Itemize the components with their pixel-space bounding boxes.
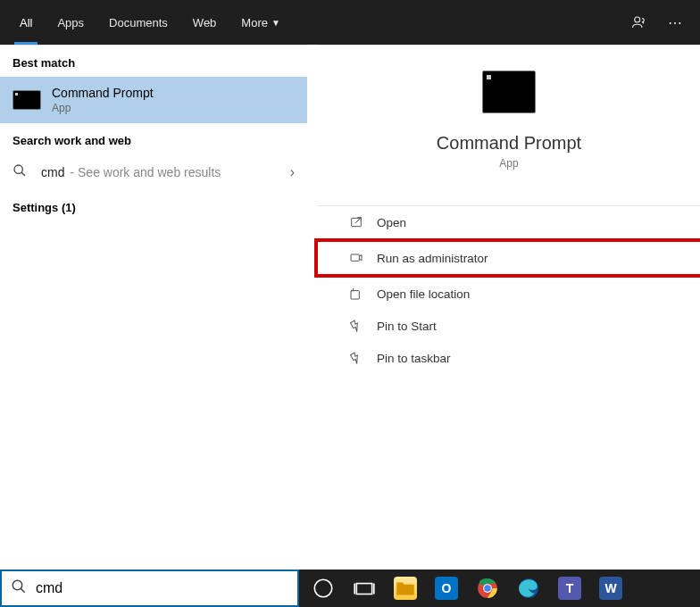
action-label: Pin to taskbar — [377, 352, 451, 365]
tab-label: More — [241, 16, 268, 29]
search-bar[interactable] — [0, 570, 299, 607]
chrome-icon[interactable] — [469, 570, 506, 607]
action-label: Pin to Start — [377, 320, 437, 333]
svg-point-0 — [635, 17, 640, 22]
tab-apps[interactable]: Apps — [45, 0, 96, 45]
action-label: Open file location — [377, 287, 470, 301]
preview-type: App — [499, 157, 518, 170]
section-best-match: Best match — [0, 46, 307, 77]
pin-icon — [345, 319, 368, 333]
tab-label: Web — [193, 16, 217, 29]
results-pane: Best match Command Prompt App Search wor… — [0, 45, 307, 570]
search-icon — [12, 163, 30, 181]
result-subtitle: App — [52, 102, 154, 114]
app-thumbnail — [482, 71, 536, 113]
preview-title: Command Prompt — [437, 133, 581, 154]
cortana-icon[interactable] — [304, 570, 342, 607]
pin-icon — [345, 351, 368, 365]
taskbar: O T W — [299, 570, 700, 607]
word-icon[interactable]: W — [592, 570, 629, 607]
svg-rect-4 — [351, 254, 359, 261]
svg-point-6 — [12, 580, 22, 590]
teams-icon[interactable]: T — [551, 570, 588, 607]
svg-line-7 — [21, 588, 25, 593]
search-tabs-bar: All Apps Documents Web More▼ ⋯ — [0, 0, 700, 45]
admin-icon — [345, 251, 368, 265]
section-search-web: Search work and web — [0, 123, 307, 154]
svg-line-2 — [21, 172, 25, 176]
edge-icon[interactable] — [510, 570, 547, 607]
tab-documents[interactable]: Documents — [96, 0, 180, 45]
action-open[interactable]: Open — [318, 206, 700, 238]
action-label: Open — [377, 216, 406, 229]
query-text: cmd — [41, 165, 64, 179]
tab-all[interactable]: All — [7, 0, 45, 45]
section-settings: Settings (1) — [0, 190, 307, 221]
cmd-icon — [12, 90, 41, 110]
svg-rect-9 — [356, 584, 371, 595]
tab-web[interactable]: Web — [180, 0, 229, 45]
action-pin-start[interactable]: Pin to Start — [318, 310, 700, 342]
open-icon — [345, 215, 368, 229]
preview-pane: Command Prompt App Open Run as administr… — [318, 45, 700, 570]
svg-point-1 — [14, 165, 22, 173]
search-input[interactable] — [36, 580, 288, 596]
chevron-down-icon: ▼ — [271, 18, 280, 28]
search-icon — [11, 578, 27, 598]
file-explorer-icon[interactable] — [387, 570, 424, 607]
feedback-icon[interactable] — [621, 14, 657, 30]
svg-rect-5 — [351, 291, 359, 299]
tab-label: Apps — [57, 16, 84, 29]
tab-label: Documents — [109, 16, 168, 29]
svg-point-14 — [484, 585, 491, 592]
result-title: Command Prompt — [52, 86, 154, 100]
action-pin-taskbar[interactable]: Pin to taskbar — [318, 342, 700, 374]
result-command-prompt[interactable]: Command Prompt App — [0, 77, 307, 123]
tab-label: All — [20, 16, 32, 29]
chevron-right-icon: › — [290, 164, 295, 180]
action-label: Run as administrator — [377, 252, 488, 265]
action-run-as-admin[interactable]: Run as administrator — [314, 238, 700, 278]
outlook-icon[interactable]: O — [428, 570, 465, 607]
svg-point-8 — [314, 579, 332, 597]
query-hint: - See work and web results — [70, 165, 221, 179]
tab-more[interactable]: More▼ — [229, 0, 293, 45]
task-view-icon[interactable] — [346, 570, 383, 607]
web-search-result[interactable]: cmd - See work and web results › — [0, 154, 307, 190]
folder-icon — [345, 287, 368, 301]
more-options-icon[interactable]: ⋯ — [657, 14, 693, 31]
action-open-location[interactable]: Open file location — [318, 278, 700, 310]
